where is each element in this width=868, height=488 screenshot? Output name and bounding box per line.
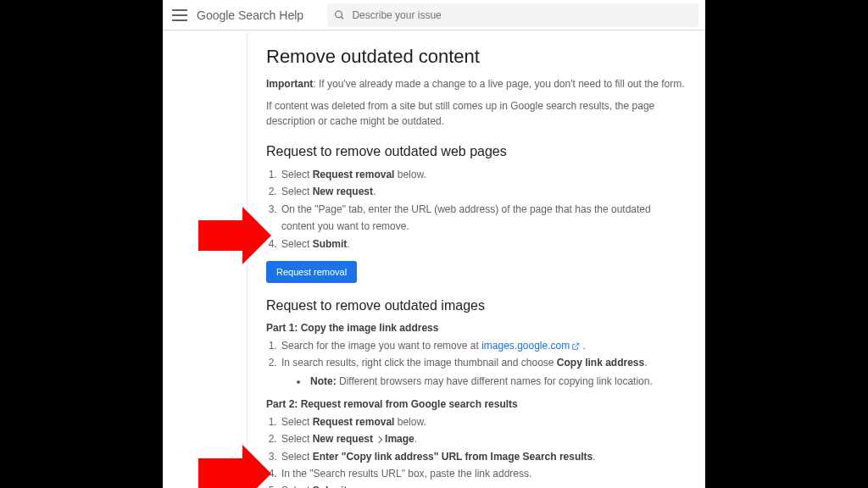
header-bar: Google Search Help [163,0,705,30]
external-link-icon [571,342,580,351]
svg-line-1 [341,16,343,19]
svg-point-0 [336,11,342,18]
brand-title: Google Search Help [197,8,303,22]
article-body: Remove outdated content Important: If yo… [248,30,705,488]
important-note: Important: If you've already made a chan… [266,76,686,92]
search-icon [334,9,345,21]
annotation-arrow [198,445,271,488]
chevron-right-icon [376,435,382,442]
part2-title: Part 2: Request removal from Google sear… [266,398,686,410]
intro-paragraph: If content was deleted from a site but s… [266,98,686,129]
images-google-link[interactable]: images.google.com [481,340,580,352]
request-removal-button[interactable]: Request removal [266,261,357,283]
search-input[interactable] [352,9,692,21]
section-heading-images: Request to remove outdated images [266,298,686,313]
menu-icon[interactable] [170,5,190,25]
search-box[interactable] [327,3,698,27]
section-heading-webpages: Request to remove outdated web pages [266,144,686,159]
annotation-arrow [198,207,271,264]
webpages-steps: Select Request removal below. Select New… [266,166,686,252]
page-title: Remove outdated content [266,46,686,68]
part1-steps: Search for the image you want to remove … [266,337,686,390]
part1-title: Part 1: Copy the image link address [266,322,686,334]
part2-steps: Select Request removal below. Select New… [266,413,686,488]
